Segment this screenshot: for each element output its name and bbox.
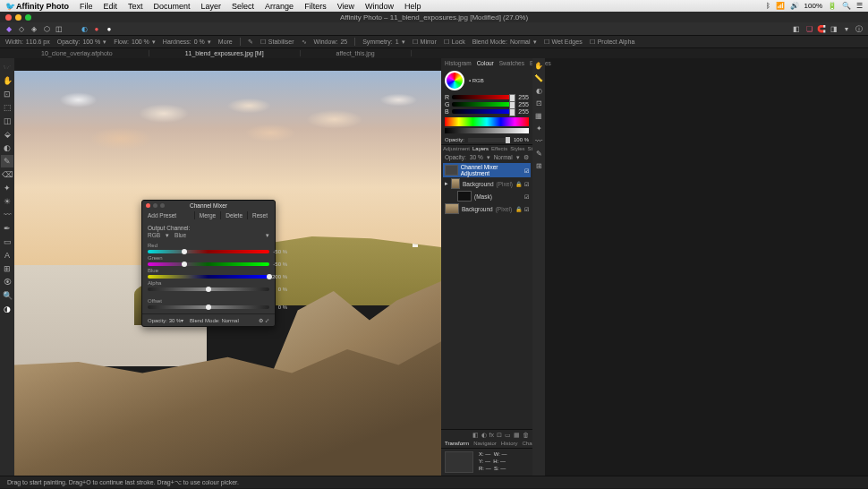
- canvas-area[interactable]: Channel Mixer Add Preset Merge Delete Re…: [14, 58, 441, 476]
- tab-effects[interactable]: Effects: [491, 146, 507, 151]
- hardness-value[interactable]: 0 %: [194, 39, 205, 45]
- more-button[interactable]: More: [218, 39, 233, 45]
- window-value[interactable]: 25: [340, 39, 347, 45]
- tab-layers[interactable]: Layers: [472, 146, 489, 151]
- minimize-window-button[interactable]: [15, 14, 21, 21]
- blendmode-value[interactable]: Normal: [510, 39, 531, 45]
- rope-mode-icon[interactable]: ∿: [302, 39, 307, 46]
- tone-persona-icon[interactable]: ⬡: [41, 23, 52, 34]
- live-filter-icon[interactable]: ⊡: [497, 432, 502, 439]
- tab-history[interactable]: History: [501, 441, 518, 446]
- panel-minimize-button[interactable]: [153, 203, 157, 208]
- stabiliser-checkbox[interactable]: Stabiliser: [268, 39, 294, 45]
- channel-select[interactable]: Blue: [174, 232, 186, 239]
- tab-histogram[interactable]: Histogram: [445, 60, 472, 66]
- menu-text[interactable]: Text: [128, 2, 143, 11]
- close-window-button[interactable]: [5, 14, 12, 21]
- b-slider[interactable]: [452, 109, 516, 114]
- dodge-tool[interactable]: ☀: [1, 195, 13, 208]
- add-preset-button[interactable]: Add Preset: [145, 211, 194, 219]
- crop-icon[interactable]: ⊡: [533, 98, 544, 108]
- visibility-checkbox[interactable]: ☑: [524, 193, 529, 200]
- blue-slider[interactable]: 200 %: [148, 275, 269, 279]
- menu-file[interactable]: File: [80, 2, 93, 11]
- hue-spectrum[interactable]: [445, 117, 529, 126]
- swap-colors-icon[interactable]: ◑: [1, 303, 13, 315]
- tab-doc1[interactable]: 10_clone_overlay.afphoto: [5, 50, 149, 56]
- green-slider[interactable]: -50 %: [148, 262, 269, 266]
- menu-edit[interactable]: Edit: [104, 2, 118, 11]
- menu-select[interactable]: Select: [232, 2, 254, 11]
- mode-select[interactable]: RGB: [148, 232, 160, 239]
- g-value[interactable]: 255: [518, 101, 529, 107]
- anchor-selector[interactable]: [445, 451, 473, 473]
- tab-transform[interactable]: Transform: [445, 441, 469, 446]
- marquee-tool[interactable]: ◫: [1, 115, 13, 127]
- colour-mode[interactable]: RGB: [472, 78, 484, 83]
- visibility-checkbox[interactable]: ☑: [524, 167, 529, 174]
- mask-layer-icon[interactable]: ◧: [472, 432, 479, 439]
- adjustment-layer-icon[interactable]: ◐: [481, 432, 487, 439]
- opacity-slider[interactable]: [468, 138, 510, 142]
- r-field[interactable]: —: [486, 466, 491, 471]
- selection-icon[interactable]: ❏: [804, 23, 814, 34]
- lock-icon[interactable]: 🔒: [515, 206, 522, 212]
- hand-icon[interactable]: ✋: [533, 60, 544, 71]
- offset-slider[interactable]: 0 %: [148, 305, 269, 309]
- r-value[interactable]: 255: [518, 94, 529, 100]
- panel-blend-value[interactable]: Normal: [221, 318, 238, 323]
- menu-filters[interactable]: Filters: [304, 2, 327, 11]
- pen-tool[interactable]: ✒: [1, 222, 13, 235]
- group-layer-icon[interactable]: ▭: [505, 432, 511, 439]
- adjustments-icon[interactable]: ◐: [533, 85, 544, 96]
- w-field[interactable]: —: [502, 451, 507, 457]
- flood-tool[interactable]: ⬙: [1, 128, 13, 141]
- shape-tool[interactable]: ▭: [1, 236, 13, 248]
- opacity-value[interactable]: 100 %: [82, 39, 100, 45]
- protect-alpha-checkbox[interactable]: Protect Alpha: [598, 39, 635, 45]
- r-slider[interactable]: [452, 95, 515, 99]
- alpha-slider[interactable]: 0 %: [148, 287, 269, 291]
- layer-row-bg2[interactable]: Background (Pixel) 🔒 ☑: [445, 202, 529, 215]
- zoom-tool[interactable]: 🔍: [1, 289, 13, 302]
- layer-opacity-value[interactable]: 30 %: [470, 154, 483, 161]
- move-tool[interactable]: ☞: [1, 61, 13, 73]
- apple-icon[interactable]: 🐦: [5, 2, 14, 11]
- layer-row-bg1[interactable]: ▸ Background (Pixel) 🔒 ☑: [445, 177, 529, 190]
- delete-layer-icon[interactable]: 🗑: [523, 432, 529, 439]
- b-value[interactable]: 255: [518, 108, 529, 115]
- colour-wheel[interactable]: [445, 71, 464, 90]
- layer-row-mask[interactable]: (Mask) ☑: [445, 190, 529, 202]
- menu-view[interactable]: View: [337, 2, 354, 11]
- bluetooth-icon[interactable]: ᛒ: [766, 2, 770, 10]
- expand-icon[interactable]: ▸: [445, 180, 448, 187]
- volume-icon[interactable]: 🔊: [790, 2, 799, 10]
- fx-layer-icon[interactable]: fx: [489, 432, 494, 439]
- s-field[interactable]: —: [500, 466, 506, 471]
- tab-swatches[interactable]: Swatches: [499, 60, 524, 66]
- delete-button[interactable]: Delete: [220, 211, 247, 219]
- colour-box-icon[interactable]: ▪: [469, 78, 471, 83]
- panel-expand-icon[interactable]: ⤢: [265, 317, 269, 323]
- color-red-icon[interactable]: ●: [91, 23, 102, 34]
- force-pressure-icon[interactable]: ✎: [248, 39, 253, 46]
- layer-cog-icon[interactable]: ⚙: [523, 154, 529, 161]
- colorpicker-tool[interactable]: ⦿: [1, 276, 13, 288]
- reset-button[interactable]: Reset: [247, 211, 272, 219]
- menu-layer[interactable]: Layer: [201, 2, 222, 11]
- battery-icon[interactable]: 🔋: [828, 2, 837, 10]
- gradient-tool[interactable]: ◐: [1, 142, 13, 154]
- panel-zoom-button[interactable]: [160, 203, 165, 208]
- tab-adjustment[interactable]: Adjustment: [443, 146, 470, 151]
- assistant-icon[interactable]: ▾: [841, 23, 852, 34]
- flow-value[interactable]: 100 %: [132, 39, 149, 45]
- info-icon[interactable]: ⓘ: [854, 23, 864, 34]
- panel-close-button[interactable]: [146, 203, 150, 208]
- measure-icon[interactable]: 📏: [533, 73, 544, 83]
- visibility-checkbox[interactable]: ☑: [524, 181, 529, 187]
- clone-tool[interactable]: ✦: [1, 182, 13, 194]
- menu-arrange[interactable]: Arrange: [265, 2, 294, 11]
- panel-opacity-value[interactable]: 30 %: [169, 318, 182, 323]
- paint-brush-tool[interactable]: ✎: [1, 155, 13, 167]
- color-picker-icon[interactable]: ◐: [79, 23, 89, 34]
